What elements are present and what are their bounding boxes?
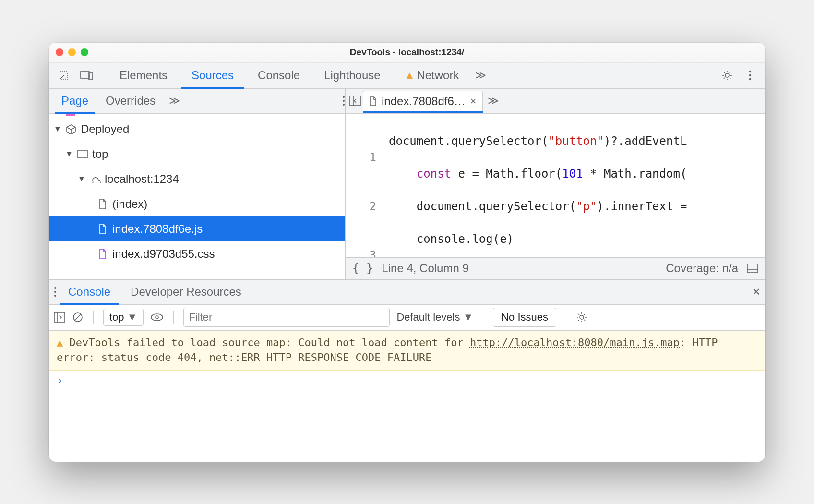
file-tree: ▼ Deployed ▼ top ▼ [49,114,345,279]
live-expression-icon[interactable] [150,313,164,322]
tree-file-js[interactable]: index.7808df6e.js [49,216,345,241]
tree-file-css[interactable]: index.d9703d55.css [49,241,345,266]
svg-point-22 [151,314,163,321]
tree-deployed[interactable]: ▼ Deployed [49,117,345,142]
svg-point-7 [343,96,345,98]
console-sidebar-toggle-icon[interactable] [54,312,65,323]
editor-tabs: index.7808df6… × ≫ [346,89,765,114]
chevron-down-icon: ▼ [127,311,138,324]
settings-icon[interactable] [717,65,737,85]
line-number: 1 [346,149,376,166]
inspect-element-icon[interactable] [54,65,74,85]
tab-sources[interactable]: Sources [181,63,244,88]
svg-point-23 [156,316,158,319]
more-tabs-icon[interactable]: ≫ [472,69,489,82]
tree-top[interactable]: ▼ top [49,142,345,167]
log-level-selector[interactable]: Default levels ▼ [396,311,473,324]
main-tabs: Elements Sources Console Lighthouse ▲ Ne… [49,63,765,89]
divider [93,311,94,324]
svg-point-3 [725,73,729,77]
svg-point-4 [749,71,751,72]
tab-network-label: Network [417,69,459,82]
console-prompt[interactable]: › [49,371,765,390]
svg-rect-13 [747,264,758,273]
console-warning-row[interactable]: ▲ DevTools failed to load source map: Co… [49,331,765,371]
svg-point-16 [54,291,56,293]
console-toolbar: top ▼ Default levels ▼ No Issues [49,305,765,331]
code-content: document.querySelector("button")?.addEve… [384,114,687,257]
divider [173,311,174,324]
tab-console[interactable]: Console [247,63,311,88]
toggle-navigator-icon[interactable] [349,96,361,106]
tree-file-index[interactable]: (index) [49,192,345,216]
tree-file-css-label: index.d9703d55.css [112,247,215,261]
nav-kebab-menu-icon[interactable] [342,96,345,106]
close-tab-icon[interactable]: × [470,95,477,108]
console-output: ▲ DevTools failed to load source map: Co… [49,331,765,462]
drawer-kebab-menu-icon[interactable] [54,287,57,297]
svg-rect-11 [350,96,360,106]
divider [483,311,483,324]
cube-icon [65,123,77,135]
filter-input[interactable] [183,308,390,327]
source-map-url-link[interactable]: http://localhost:8080/main.js.map [470,336,680,348]
svg-point-5 [749,74,751,76]
cursor-position: Line 4, Column 9 [382,262,468,275]
drawer-tab-console[interactable]: Console [60,280,119,304]
warning-icon: ▲ [405,69,415,82]
warning-text: DevTools failed to load source map: Coul… [70,336,470,348]
console-settings-icon[interactable] [576,312,587,323]
kebab-menu-icon[interactable] [740,65,760,85]
log-level-label: Default levels [396,311,460,324]
frame-icon [77,148,88,160]
chevron-down-icon: ▼ [65,150,73,158]
more-file-tabs-icon[interactable]: ≫ [485,95,502,107]
file-icon [369,96,377,106]
svg-point-6 [749,78,751,80]
tree-deployed-label: Deployed [81,122,129,136]
svg-point-15 [54,287,56,289]
more-nav-tabs-icon[interactable]: ≫ [166,95,183,107]
context-label: top [109,311,124,324]
tab-elements[interactable]: Elements [109,63,178,88]
file-tab-active[interactable]: index.7808df6… × [363,91,483,111]
drawer-tabs: Console Developer Resources × [49,280,765,305]
pretty-print-icon[interactable]: { } [352,262,373,275]
nav-tab-overrides[interactable]: Overrides [99,89,162,113]
file-tab-label: index.7808df6… [382,95,466,108]
sources-panel: Page Overrides ≫ ▼ Deployed [49,89,765,280]
file-icon [97,248,108,260]
titlebar: DevTools - localhost:1234/ [49,43,765,63]
clear-console-icon[interactable] [72,312,84,323]
editor-pane: index.7808df6… × ≫ 1 2 3 4 5 6 7 documen… [346,89,765,279]
nav-tab-page[interactable]: Page [55,89,95,113]
show-drawer-icon[interactable] [747,264,758,273]
chevron-down-icon: ▼ [78,175,85,183]
line-number: 2 [346,198,376,215]
svg-rect-10 [78,150,87,158]
code-editor[interactable]: 1 2 3 4 5 6 7 document.querySelector("bu… [346,114,765,257]
context-selector[interactable]: top ▼ [103,309,144,326]
svg-rect-1 [81,72,89,78]
warning-icon: ▲ [57,336,63,348]
issues-button[interactable]: No Issues [493,308,556,327]
file-icon [97,198,108,210]
filter-input-wrapper [183,308,390,327]
tab-network[interactable]: ▲ Network [394,63,470,88]
chevron-down-icon: ▼ [54,125,61,133]
tab-lighthouse[interactable]: Lighthouse [313,63,391,88]
drawer-tab-devresources[interactable]: Developer Resources [122,280,250,304]
svg-point-9 [343,104,345,106]
close-drawer-icon[interactable]: × [753,284,760,300]
tree-host-label: localhost:1234 [105,172,179,186]
chevron-down-icon: ▼ [463,311,473,324]
line-number: 3 [346,247,376,257]
svg-rect-18 [54,312,65,322]
tree-host[interactable]: ▼ localhost:1234 [49,167,345,192]
tree-file-js-label: index.7808df6e.js [112,222,203,236]
device-toolbar-icon[interactable] [77,65,97,85]
svg-point-8 [343,100,345,102]
tree-top-label: top [92,147,108,161]
window-title: DevTools - localhost:1234/ [49,47,765,58]
tree-file-index-label: (index) [112,197,147,211]
